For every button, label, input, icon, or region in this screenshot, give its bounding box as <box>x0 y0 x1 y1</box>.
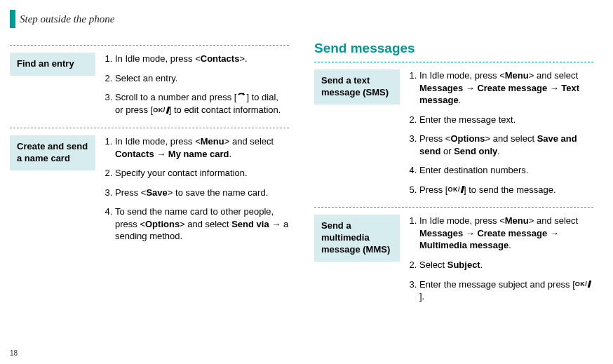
ok-icon: OK/ <box>575 280 591 288</box>
list-item: In Idle mode, press <Menu> and select Me… <box>419 215 593 252</box>
divider <box>314 62 593 62</box>
list-item: In Idle mode, press <Menu> and select Me… <box>419 69 593 107</box>
header-title: Step outside the phone <box>20 13 114 25</box>
sms-block: Send a text message (SMS) In Idle mode, … <box>314 69 593 203</box>
sms-steps: In Idle mode, press <Menu> and select Me… <box>400 69 593 203</box>
divider <box>314 207 593 208</box>
list-item: Select an entry. <box>115 72 289 85</box>
list-item: To send the name card to other people, p… <box>115 205 289 243</box>
divider <box>10 45 289 46</box>
page-header: Step outside the phone <box>10 10 593 28</box>
mms-steps: In Idle mode, press <Menu> and select Me… <box>400 215 593 309</box>
find-entry-block: Find an entry In Idle mode, press <Conta… <box>10 53 289 123</box>
sms-label: Send a text message (SMS) <box>314 69 400 105</box>
ok-icon: OK/ <box>153 106 169 114</box>
mms-block: Send a multimedia message (MMS) In Idle … <box>314 215 593 309</box>
list-item: Press <Save> to save the name card. <box>115 187 289 199</box>
send-messages-title: Send messages <box>314 41 593 56</box>
mms-label: Send a multimedia message (MMS) <box>314 215 400 262</box>
page-number: 18 <box>10 349 18 357</box>
find-entry-steps: In Idle mode, press <Contacts>. Select a… <box>95 53 289 123</box>
name-card-steps: In Idle mode, press <Menu> and select Co… <box>95 135 289 250</box>
list-item: In Idle mode, press <Menu> and select Co… <box>115 135 289 160</box>
name-card-block: Create and send a name card In Idle mode… <box>10 135 289 250</box>
list-item: Scroll to a number and press [] to dial,… <box>115 91 289 116</box>
list-item: In Idle mode, press <Contacts>. <box>115 53 289 65</box>
ok-icon: OK/ <box>447 185 464 194</box>
content-columns: Find an entry In Idle mode, press <Conta… <box>10 41 593 310</box>
left-column: Find an entry In Idle mode, press <Conta… <box>10 41 289 310</box>
page: Step outside the phone Find an entry In … <box>0 0 613 364</box>
list-item: Specify your contact information. <box>115 167 289 180</box>
list-item: Enter destination numbers. <box>419 164 593 177</box>
divider <box>10 128 289 128</box>
list-item: Enter the message text. <box>419 114 593 126</box>
name-card-label: Create and send a name card <box>10 135 95 170</box>
list-item: Press [OK/] to send the message. <box>419 184 593 196</box>
header-accent-bar <box>10 10 15 28</box>
right-column: Send messages Send a text message (SMS) … <box>314 41 593 310</box>
find-entry-label: Find an entry <box>10 53 95 76</box>
dial-icon <box>236 92 246 105</box>
list-item: Enter the message subject and press [OK/… <box>419 278 593 303</box>
list-item: Select Subject. <box>419 259 593 271</box>
list-item: Press <Options> and select Save and send… <box>419 133 593 157</box>
